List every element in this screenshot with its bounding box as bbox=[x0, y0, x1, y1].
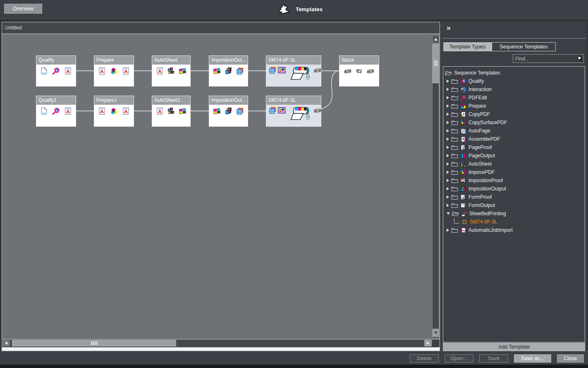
tree-item-AssemblePDF[interactable]: AAssemblePDF bbox=[443, 135, 585, 143]
node-body bbox=[339, 65, 379, 75]
tree-item-SM74-8F-3L[interactable]: SM74-8F-3L bbox=[443, 218, 585, 226]
workflow-node-SM74-8F-3L[interactable]: SM74-8F-3L bbox=[266, 96, 321, 127]
node-body: A bbox=[36, 105, 76, 115]
workflow-node-AutoSheet1[interactable]: AutoSheet1A bbox=[152, 96, 191, 127]
pageproof-icon bbox=[460, 144, 466, 151]
tree-item-label: CopySurfacePDF bbox=[468, 120, 507, 125]
node-title: Prepare1 bbox=[94, 96, 134, 105]
expand-arrow-icon[interactable] bbox=[447, 171, 449, 174]
tree-item-AutoPage[interactable]: AAutoPage bbox=[443, 127, 585, 135]
tree-item-Qualify[interactable]: Qualify bbox=[443, 77, 585, 85]
sequence-tree[interactable]: Sequence TemplatesQualifyInteractionPDFE… bbox=[443, 66, 585, 342]
scroll-up-button[interactable] bbox=[433, 36, 439, 43]
tree-item-ImpositionOutput[interactable]: ImpositionOutput bbox=[443, 185, 585, 193]
expand-arrow-icon[interactable] bbox=[447, 113, 449, 116]
workflow-node-SM74-8F-3L[interactable]: SM74-8F-3L bbox=[266, 55, 321, 87]
close-button[interactable]: Close bbox=[557, 354, 584, 363]
workflow-node-Qualify1[interactable]: Qualify1A bbox=[36, 96, 76, 127]
horizontal-scrollbar[interactable] bbox=[2, 339, 440, 347]
horizontal-scroll-thumb[interactable] bbox=[12, 340, 176, 346]
tree-item-FormOutput[interactable]: FormOutput bbox=[443, 201, 585, 209]
document-icon bbox=[40, 107, 48, 115]
tree-item-ImposePDF[interactable]: ImposePDF bbox=[443, 168, 585, 176]
tree-item-label: ImposePDF bbox=[468, 169, 495, 175]
splitter-handle[interactable] bbox=[440, 181, 442, 190]
expand-arrow-icon[interactable] bbox=[447, 146, 449, 149]
vertical-scrollbar[interactable] bbox=[432, 35, 439, 338]
tree-elbow bbox=[454, 218, 459, 224]
tab-template-types[interactable]: Template Types bbox=[443, 42, 492, 51]
workflow-node-Stock[interactable]: Stock bbox=[339, 55, 379, 87]
workflow-node-Prepare1[interactable]: Prepare1AA bbox=[94, 96, 134, 127]
folder-open-icon bbox=[445, 70, 452, 76]
expand-arrow-icon[interactable] bbox=[447, 104, 449, 108]
imposition-icon bbox=[236, 67, 244, 75]
pdf-icon: A bbox=[122, 67, 130, 75]
expand-arrow-icon[interactable] bbox=[447, 121, 449, 124]
expand-arrow-icon[interactable] bbox=[447, 228, 449, 232]
expand-arrow-icon[interactable] bbox=[447, 154, 449, 157]
tree-item-AutoSheet[interactable]: AutoSheet bbox=[443, 160, 585, 168]
expand-arrow-icon[interactable] bbox=[447, 204, 449, 207]
expand-arrow-icon[interactable] bbox=[447, 137, 449, 141]
vertical-scroll-thumb[interactable] bbox=[433, 43, 439, 83]
tree-item-CopyPDF[interactable]: ACopyPDF bbox=[443, 110, 585, 118]
workflow-canvas[interactable]: QualifyAPrepareAAAutoSheetAImpositionOut… bbox=[2, 34, 440, 339]
node-body: A bbox=[152, 105, 190, 115]
assemblepdf-icon: A bbox=[460, 136, 466, 142]
tree-item-AutomaticJobImport[interactable]: AutomaticJobImport bbox=[443, 226, 585, 234]
expand-arrow-icon[interactable] bbox=[447, 162, 449, 166]
overview-button[interactable]: Overview bbox=[4, 4, 42, 14]
node-body bbox=[266, 65, 321, 81]
folder-icon bbox=[451, 87, 458, 92]
expand-arrow-icon[interactable] bbox=[447, 96, 449, 99]
scroll-down-button[interactable] bbox=[433, 329, 439, 337]
expand-arrow-icon[interactable] bbox=[447, 129, 449, 132]
tree-item-Interaction[interactable]: Interaction bbox=[443, 85, 585, 94]
scroll-right-button[interactable] bbox=[424, 340, 432, 346]
tree-item-label: PageOutput bbox=[468, 153, 495, 159]
folder-icon bbox=[451, 161, 458, 167]
sidebar: » Template TypesSequence Templates Seque… bbox=[440, 22, 586, 351]
jobimport-icon bbox=[460, 227, 466, 233]
expand-arrow-icon[interactable] bbox=[447, 179, 449, 182]
folder-icon bbox=[451, 194, 458, 200]
tree-item-FormProof[interactable]: FormProof bbox=[443, 193, 585, 201]
node-body: A bbox=[152, 65, 190, 75]
tree-item-SheetfedPrinting[interactable]: SheetfedPrinting bbox=[443, 209, 585, 218]
add-template-button[interactable]: Add Template bbox=[443, 343, 585, 351]
expand-arrow-icon[interactable] bbox=[447, 79, 449, 83]
workflow-node-Qualify[interactable]: QualifyA bbox=[36, 55, 76, 87]
workflow-node-ImpositionOut...[interactable]: ImpositionOut... bbox=[209, 55, 248, 87]
find-field[interactable] bbox=[513, 54, 584, 63]
pdf-icon: A bbox=[64, 67, 72, 75]
workflow-node-Prepare[interactable]: PrepareAA bbox=[94, 55, 134, 87]
scroll-left-button[interactable] bbox=[2, 340, 10, 346]
tree-item-PageOutput[interactable]: PageOutput bbox=[443, 152, 585, 160]
tree-item-label: AutoSheet bbox=[468, 161, 492, 167]
expand-arrow-icon[interactable] bbox=[447, 88, 449, 91]
svg-text:A: A bbox=[66, 109, 70, 115]
tree-item-CopySurfacePDF[interactable]: ACopySurfacePDF bbox=[443, 118, 585, 127]
search-icon[interactable] bbox=[576, 55, 583, 62]
folder-icon bbox=[451, 227, 458, 233]
workflow-node-ImpositionOut...[interactable]: ImpositionOut... bbox=[209, 96, 248, 127]
expand-arrow-icon[interactable] bbox=[447, 195, 449, 199]
top-bar: Overview Templates bbox=[0, 0, 588, 19]
tree-item-PDFEdit[interactable]: PDFEdit bbox=[443, 94, 585, 102]
workflow-node-AutoSheet[interactable]: AutoSheetA bbox=[152, 55, 191, 87]
window-bottom-edge bbox=[0, 365, 588, 368]
tab-sequence-templates[interactable]: Sequence Templates bbox=[492, 42, 556, 51]
tree-root[interactable]: Sequence Templates bbox=[443, 69, 585, 77]
tree-item-Prepare[interactable]: Prepare bbox=[443, 102, 585, 110]
save-as-button[interactable]: Save as... bbox=[514, 354, 551, 363]
tree-item-label: ImpositionProof bbox=[468, 178, 503, 183]
formproof-icon bbox=[460, 194, 466, 200]
imposition-icon bbox=[236, 107, 244, 115]
collapse-sidebar-button[interactable]: » bbox=[447, 24, 451, 32]
expand-arrow-icon[interactable] bbox=[447, 187, 449, 190]
find-input[interactable] bbox=[513, 56, 576, 62]
tree-item-ImpositionProof[interactable]: ImpositionProof bbox=[443, 176, 585, 185]
collapse-arrow-icon[interactable] bbox=[447, 212, 450, 215]
tree-item-PageProof[interactable]: PageProof bbox=[443, 143, 585, 152]
